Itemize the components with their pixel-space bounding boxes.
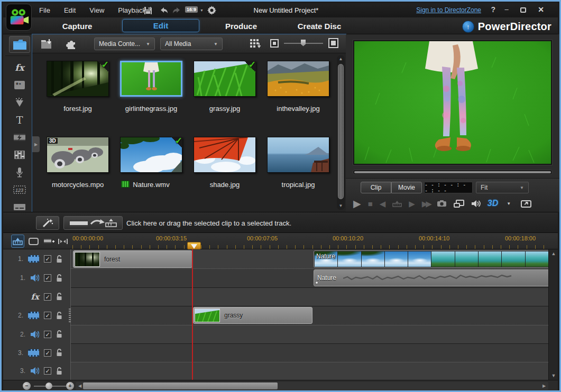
video-track-3[interactable] — [71, 343, 548, 362]
timeline-zoom-out-button[interactable]: − — [23, 382, 31, 390]
fx-track[interactable] — [71, 287, 548, 306]
lock-icon[interactable] — [56, 274, 62, 282]
plugin-button[interactable] — [63, 36, 80, 51]
media-filter-dropdown[interactable]: All Media ▼ — [160, 38, 223, 50]
timecode-display[interactable]: - - : - - : - - : - - — [424, 182, 473, 193]
previous-frame-button[interactable]: ◀ — [380, 200, 386, 208]
fast-forward-button[interactable]: ▶▶ — [422, 200, 430, 208]
track-header-video2[interactable]: 2. ✓ — [3, 306, 71, 325]
volume-keyframe-dot[interactable] — [315, 281, 318, 284]
help-button[interactable]: ? — [491, 5, 495, 14]
tab-produce[interactable]: Produce — [217, 17, 265, 34]
timeline-zoom-handle[interactable] — [45, 382, 52, 389]
media-item-shade[interactable]: shade.jpg — [194, 137, 256, 189]
volume-button[interactable] — [471, 200, 481, 208]
track-enable-checkbox[interactable]: ✓ — [44, 274, 51, 282]
media-item-grassy[interactable]: ✓ grassy.jpg — [194, 61, 256, 113]
menu-file[interactable]: File — [39, 6, 50, 14]
slider-handle[interactable] — [301, 40, 306, 46]
track-header-video1[interactable]: 1. ✓ — [3, 249, 71, 268]
chapter-room-button[interactable]: 123 — [9, 182, 30, 198]
scroll-down-icon[interactable]: ▼ — [549, 371, 558, 380]
snapshot-button[interactable] — [437, 200, 447, 207]
storyboard-view-button[interactable] — [27, 235, 40, 248]
transition-room-button[interactable] — [9, 129, 30, 145]
close-button[interactable]: ✕ — [538, 5, 544, 14]
library-scrollbar-thumb[interactable] — [338, 64, 344, 199]
track-manager-button[interactable] — [42, 235, 56, 248]
playhead-handle[interactable] — [187, 242, 201, 249]
lock-icon[interactable] — [56, 367, 62, 375]
track-header-audio3[interactable]: 3. ✓ — [3, 362, 71, 380]
lock-icon[interactable] — [56, 349, 62, 357]
clip-mode-button[interactable]: Clip — [361, 182, 391, 193]
audio-track-2[interactable] — [71, 325, 548, 343]
save-icon[interactable] — [142, 5, 154, 16]
magic-tools-button[interactable] — [36, 216, 59, 230]
maximize-button[interactable] — [520, 7, 526, 13]
timeline-view-button[interactable] — [11, 235, 24, 248]
library-flyout-handle[interactable]: ▶ — [32, 136, 40, 152]
preview-quality-button[interactable] — [454, 200, 464, 208]
header-resize-grip[interactable] — [69, 309, 71, 322]
track-enable-checkbox[interactable]: ✓ — [44, 255, 51, 263]
tab-capture[interactable]: Capture — [53, 17, 101, 34]
pip-objects-room-button[interactable]: ** — [9, 77, 30, 93]
scroll-down-icon[interactable]: ▼ — [337, 202, 345, 210]
voiceover-room-button[interactable] — [9, 164, 30, 180]
scroll-right-icon[interactable]: ▶ — [541, 382, 547, 390]
menu-view[interactable]: View — [89, 6, 104, 14]
signin-directorzone-link[interactable]: Sign in to DirectorZone — [416, 6, 481, 14]
track-header-fx[interactable]: fx ✓ — [3, 287, 71, 306]
timeline-ruler[interactable]: 00:00:00:00 00:00:03:15 00:00:07:05 00:0… — [3, 233, 558, 249]
track-enable-checkbox[interactable]: ✓ — [44, 331, 51, 338]
aspect-dropdown-arrow[interactable]: ▼ — [200, 8, 204, 12]
3d-dropdown-arrow[interactable]: ▼ — [507, 201, 511, 206]
seek-ruler-icon[interactable] — [392, 200, 402, 207]
tab-edit[interactable]: Edit — [122, 19, 199, 32]
zoom-fit-dropdown[interactable]: Fit ▼ — [476, 182, 529, 193]
track-header-audio2[interactable]: 2. ✓ — [3, 325, 71, 343]
timeline-zoom-in-button[interactable]: + — [66, 382, 74, 390]
audio-track-3[interactable] — [71, 362, 548, 380]
track-header-video3[interactable]: 3. ✓ — [3, 343, 71, 362]
lock-icon[interactable] — [56, 293, 62, 301]
undo-icon[interactable] — [158, 5, 170, 16]
next-frame-button[interactable]: ▶ — [409, 200, 415, 208]
timeline-hint-text[interactable]: Click here or drag the selected clip to … — [126, 212, 291, 234]
clip-nature-video[interactable]: Nature — [314, 250, 548, 268]
scroll-left-icon[interactable]: ◀ — [77, 382, 83, 390]
track-header-audio1[interactable]: 1. ✓ — [3, 268, 71, 287]
settings-gear-icon[interactable] — [205, 5, 218, 16]
collection-dropdown[interactable]: Media Conte... ▼ — [94, 38, 155, 50]
import-media-button[interactable] — [39, 36, 56, 51]
lock-icon[interactable] — [56, 330, 62, 338]
media-item-forest[interactable]: ✓ forest.jpg — [47, 61, 109, 113]
play-button[interactable]: ▶ — [353, 199, 361, 209]
redo-icon[interactable] — [170, 5, 183, 16]
upgrade-icon[interactable]: ↑ — [462, 21, 474, 33]
effect-room-button[interactable]: fx — [9, 60, 30, 76]
track-enable-checkbox[interactable]: ✓ — [44, 367, 51, 375]
media-room-button[interactable] — [9, 36, 30, 53]
tab-create-disc[interactable]: Create Disc — [291, 17, 347, 34]
timeline-horizontal-scrollbar[interactable]: ◀ ▶ — [76, 382, 548, 390]
playhead-line[interactable] — [192, 249, 193, 380]
menu-edit[interactable]: Edit — [64, 6, 76, 14]
snap-toggle-button[interactable] — [56, 235, 69, 248]
track-enable-checkbox[interactable]: ✓ — [44, 312, 51, 319]
media-item-motorcycles[interactable]: 3D motorcycles.mpo — [47, 137, 109, 189]
movie-mode-button[interactable]: Movie — [391, 182, 422, 193]
thumbnail-large-icon[interactable] — [328, 38, 338, 48]
3d-display-button[interactable]: 3D — [488, 199, 498, 208]
preview-seek-bar[interactable] — [353, 170, 553, 175]
clip-nature-audio[interactable]: Nature — [314, 269, 548, 286]
audio-mixing-room-button[interactable] — [9, 147, 30, 163]
insert-to-timeline-button[interactable] — [63, 216, 123, 230]
scroll-up-icon[interactable]: ▲ — [549, 249, 558, 258]
timeline-vertical-scrollbar[interactable]: ▲ ▼ — [548, 249, 558, 380]
sort-view-button[interactable] — [247, 36, 264, 51]
lock-icon[interactable] — [56, 255, 62, 263]
media-item-tropical[interactable]: tropical.jpg — [267, 137, 329, 189]
track-body[interactable]: forest Nature — [71, 249, 548, 380]
